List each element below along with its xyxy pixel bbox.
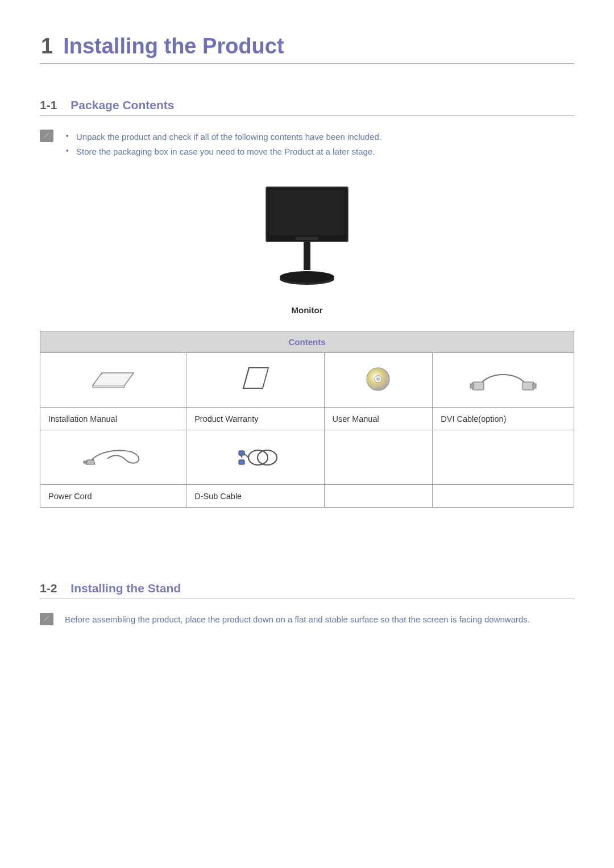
svg-rect-17 [239, 451, 244, 455]
monitor-figure: Monitor [40, 181, 574, 315]
table-header: Contents [40, 331, 574, 353]
divider-thin [40, 115, 574, 116]
monitor-label: Monitor [40, 305, 574, 315]
item-label: User Manual [324, 408, 433, 430]
svg-rect-18 [239, 460, 244, 464]
section-heading-1-1: 1-1Package Contents [40, 98, 574, 112]
empty-cell [433, 485, 574, 508]
note-block-2: Before assembling the product, place the… [40, 613, 574, 626]
svg-rect-11 [522, 382, 534, 390]
item-image-user-manual [324, 353, 433, 408]
item-label: D-Sub Cable [186, 485, 324, 508]
table-row [40, 430, 574, 485]
note-item: Unpack the product and check if all of t… [64, 130, 574, 144]
chapter-number: 1 [41, 34, 53, 58]
item-image-dsub-cable [186, 430, 324, 485]
note-icon [40, 613, 53, 625]
item-image-dvi-cable [433, 353, 574, 408]
note-block-1: Unpack the product and check if all of t… [40, 130, 574, 159]
item-label: DVI Cable(option) [433, 408, 574, 430]
note-list-1: Unpack the product and check if all of t… [64, 130, 574, 159]
svg-rect-2 [296, 237, 318, 240]
chapter-title-text: Installing the Product [63, 34, 284, 58]
svg-rect-10 [472, 382, 484, 390]
table-row: Power Cord D-Sub Cable [40, 485, 574, 508]
item-image-installation-manual [40, 353, 186, 408]
section-heading-1-2: 1-2Installing the Stand [40, 582, 574, 595]
note-icon [40, 130, 53, 142]
monitor-image [250, 181, 364, 297]
note-paragraph: Before assembling the product, place the… [64, 613, 574, 626]
section-2-number: 1-2 [40, 582, 57, 595]
divider-thick [40, 63, 574, 64]
item-image-product-warranty [186, 353, 324, 408]
svg-point-9 [376, 377, 380, 381]
section-2-title: Installing the Stand [70, 582, 181, 595]
chapter-title: 1Installing the Product [40, 34, 574, 59]
empty-cell [324, 485, 433, 508]
contents-table: Contents [40, 331, 574, 508]
svg-point-5 [280, 271, 334, 283]
table-row: Installation Manual Product Warranty Use… [40, 408, 574, 430]
section-1-title: Package Contents [70, 98, 174, 111]
svg-rect-3 [304, 242, 310, 270]
svg-rect-1 [269, 190, 345, 235]
section-1-number: 1-1 [40, 98, 57, 111]
table-row [40, 353, 574, 408]
empty-cell [324, 430, 433, 485]
svg-rect-13 [533, 384, 536, 388]
empty-cell [433, 430, 574, 485]
item-label: Product Warranty [186, 408, 324, 430]
note-item: Store the packaging box in case you need… [64, 144, 574, 159]
svg-line-6 [243, 368, 249, 388]
item-image-power-cord [40, 430, 186, 485]
divider-thin [40, 599, 574, 599]
item-label: Installation Manual [40, 408, 186, 430]
svg-rect-12 [470, 384, 474, 388]
item-label: Power Cord [40, 485, 186, 508]
svg-rect-14 [84, 461, 87, 463]
